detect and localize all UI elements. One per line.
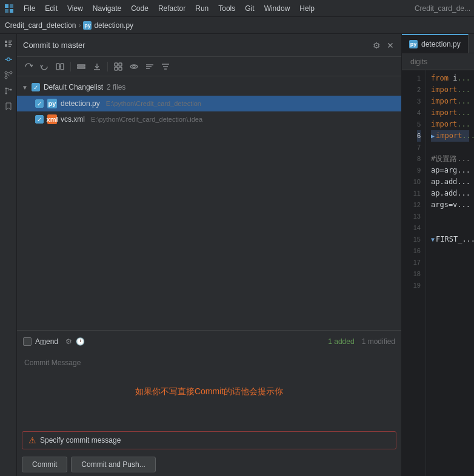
line-num-9: 9 [417, 165, 421, 176]
commit-message-area: Commit Message 如果你不写直接Commit的话他会提示你 [17, 352, 401, 431]
line-num-15: 15 [413, 234, 421, 245]
svg-line-18 [7, 74, 10, 77]
changelist-header[interactable]: ▼ ✓ Default Changelist 2 files [17, 79, 401, 96]
detection-filename: detection.py [61, 99, 100, 108]
svg-point-13 [5, 71, 7, 74]
close-icon[interactable]: ✕ [386, 39, 395, 51]
clock-icon[interactable]: 🕐 [76, 337, 85, 346]
toolbar-refresh-btn[interactable] [22, 60, 35, 73]
error-icon: ⚠ [28, 435, 36, 445]
code-line-1: from i... [431, 73, 469, 84]
sidebar-icon-pull-requests[interactable] [1, 84, 16, 98]
amend-checkbox[interactable] [23, 337, 32, 346]
file-detection-checkbox[interactable]: ✓ [35, 99, 44, 108]
line-num-14: 14 [413, 222, 421, 234]
tab-py-icon: py [409, 40, 418, 48]
commit-and-push-button[interactable]: Commit and Push... [71, 457, 155, 472]
commit-message-input[interactable] [22, 356, 396, 428]
stats-icons: ⚙ 🕐 [65, 337, 85, 346]
svg-rect-1 [10, 4, 13, 8]
line-num-7: 7 [417, 142, 421, 153]
menu-run[interactable]: Run [191, 3, 213, 14]
stat-added: 1 added [328, 337, 354, 346]
commit-button[interactable]: Commit [22, 457, 67, 472]
svg-point-34 [133, 65, 135, 68]
error-box: ⚠ Specify commit message [22, 431, 396, 449]
menu-tools[interactable]: Tools [214, 3, 239, 14]
code-line-8: #设置路... [431, 153, 469, 165]
menu-help[interactable]: Help [295, 3, 319, 14]
breadcrumb: Credit_card_detection › py detection.py [0, 17, 474, 34]
menu-refactor[interactable]: Refactor [154, 3, 190, 14]
menu-edit[interactable]: Edit [41, 3, 62, 14]
toolbar-filter-btn[interactable] [159, 60, 172, 73]
line-numbers: 1 2 3 4 5 6 7 8 9 10 11 12 13 14 15 16 1… [402, 70, 426, 476]
svg-rect-26 [78, 65, 85, 66]
menu-bar: File Edit View Navigate Code Refactor Ru… [0, 0, 474, 17]
code-content[interactable]: from i... import... import... import... … [426, 70, 474, 476]
sidebar-icon-vcs[interactable] [1, 68, 16, 82]
changelist-checkbox[interactable]: ✓ [32, 83, 40, 91]
code-line-10: ap.add... [431, 176, 469, 188]
file-item-detection[interactable]: ✓ py detection.py E:\python\Credit_card_… [17, 96, 401, 111]
line-num-19: 19 [413, 280, 421, 291]
code-line-4: import... [431, 107, 469, 119]
sidebar-icon-commit[interactable] [1, 52, 16, 67]
toolbar-rollback-btn[interactable] [38, 60, 51, 73]
breadcrumb-separator: › [78, 21, 81, 30]
app-logo [4, 3, 15, 14]
menu-navigate[interactable]: Navigate [88, 3, 125, 14]
toolbar-diff-btn[interactable] [53, 60, 67, 73]
editor-panel: py detection.py 1 2 3 4 5 6 7 8 9 [402, 34, 474, 476]
sidebar-icon-project[interactable] [1, 36, 16, 51]
breadcrumb-project[interactable]: Credit_card_detection [5, 21, 76, 30]
menu-window[interactable]: Window [260, 3, 295, 14]
settings-icon[interactable]: ⚙ [372, 39, 382, 51]
file-vcs-checkbox[interactable]: ✓ [35, 115, 44, 124]
svg-rect-32 [115, 67, 118, 70]
search-input[interactable] [410, 58, 474, 66]
commit-toolbar [17, 57, 401, 76]
sidebar-icons [0, 34, 17, 476]
line-num-2: 2 [417, 84, 421, 96]
svg-rect-27 [78, 67, 85, 68]
settings-small-icon[interactable]: ⚙ [65, 337, 72, 346]
code-line-9: ap=arg... [431, 165, 469, 176]
toolbar-eye-btn[interactable] [127, 60, 141, 73]
svg-rect-30 [115, 63, 118, 66]
line-num-11: 11 [413, 188, 421, 199]
toolbar-sep-1 [70, 62, 71, 71]
svg-rect-3 [10, 9, 13, 13]
header-icons: ⚙ ✕ [372, 39, 395, 51]
editor-tab-detection[interactable]: py detection.py [402, 34, 469, 53]
toolbar-download-btn[interactable] [90, 60, 104, 73]
menu-code[interactable]: Code [127, 3, 153, 14]
svg-point-14 [5, 76, 7, 79]
vcs-xml-icon: xml [47, 114, 57, 124]
code-line-17 [431, 257, 469, 268]
toolbar-sep-2 [107, 62, 108, 71]
editor-tab-label: detection.py [421, 40, 461, 48]
detection-filepath: E:\python\Credit_card_detection [106, 100, 201, 107]
line-num-16: 16 [413, 245, 421, 257]
toolbar-group-btn[interactable] [112, 60, 125, 73]
code-line-13 [431, 211, 469, 222]
svg-rect-2 [5, 9, 8, 13]
detection-py-icon: py [47, 99, 57, 108]
commit-panel-title: Commit to master [23, 41, 372, 50]
file-item-vcs[interactable]: ✓ xml vcs.xml E:\python\Credit_card_dete… [17, 111, 401, 127]
menu-view[interactable]: View [63, 3, 87, 14]
breadcrumb-file[interactable]: py detection.py [83, 21, 133, 30]
toolbar-expand-btn[interactable] [75, 60, 88, 73]
changelist-count: 2 files [107, 83, 125, 91]
menu-git[interactable]: Git [241, 3, 258, 14]
toolbar-sort-btn[interactable] [143, 60, 156, 73]
sidebar-icon-bookmarks[interactable] [1, 99, 16, 114]
code-line-3: import... [431, 96, 469, 107]
code-line-16 [431, 245, 469, 257]
code-line-19 [431, 280, 469, 291]
file-tree: ▼ ✓ Default Changelist 2 files ✓ py dete… [17, 76, 401, 330]
vcs-filepath: E:\python\Credit_card_detection\.idea [91, 116, 202, 123]
code-line-6: ▶import... [431, 130, 469, 142]
menu-file[interactable]: File [19, 3, 39, 14]
